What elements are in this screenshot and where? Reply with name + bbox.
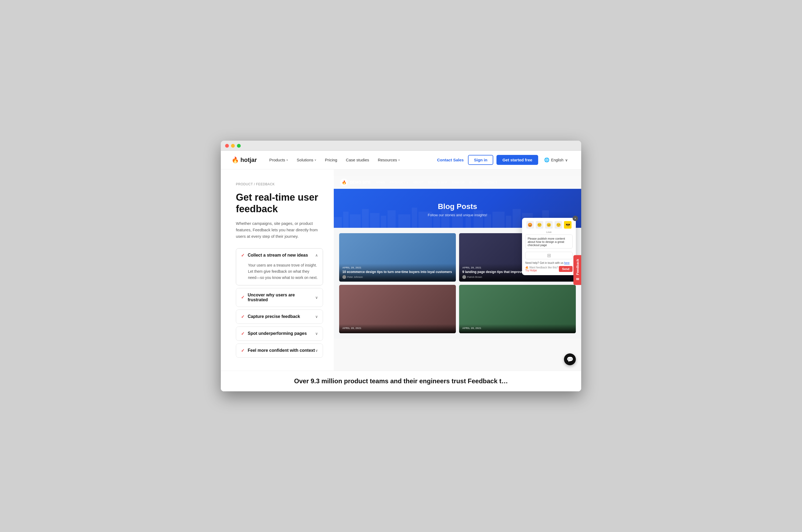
logo[interactable]: 🔥 hotjar: [232, 156, 257, 164]
demo-nav-product[interactable]: PRODUCT ∨: [390, 181, 408, 184]
contact-sales-button[interactable]: Contact Sales: [436, 155, 465, 164]
maximize-button[interactable]: [237, 144, 241, 148]
feedback-tab-icon: ✉: [575, 277, 579, 281]
chat-bubble[interactable]: 💬: [564, 354, 576, 365]
browser-window: 🔥 hotjar Products ∨ Solutions ∨ Pricing …: [221, 141, 581, 391]
browser-content: 🔥 hotjar Products ∨ Solutions ∨ Pricing …: [221, 151, 581, 391]
widget-footer: 🔥 Want feedback like this? Try Hotjar Se…: [525, 266, 573, 272]
demo-nav-about[interactable]: ABOUT: [413, 181, 424, 184]
bottom-teaser-text: Over 9.3 million product teams and their…: [294, 377, 508, 385]
widget-help-link[interactable]: here: [564, 262, 570, 264]
avatar-1: [342, 275, 346, 279]
try-hotjar-link[interactable]: Try Hotjar: [525, 269, 537, 272]
demo-card-1[interactable]: APRIL 28, 2021 10 ecommerce design tips …: [339, 233, 456, 282]
demo-card-author-1: Peter Johnson: [342, 275, 453, 279]
nav-item-resources[interactable]: Resources ∨: [374, 155, 404, 164]
widget-emoji-angry[interactable]: 😡: [526, 221, 534, 229]
accordion-header-spot[interactable]: ✓ Spot underperforming pages ∨: [236, 327, 323, 341]
demo-card-3[interactable]: APRIL 28, 2021: [339, 285, 456, 333]
demo-card-date-3: APRIL 28, 2021: [342, 327, 453, 329]
avatar-2: [462, 275, 466, 279]
svg-rect-11: [441, 209, 450, 228]
get-started-button[interactable]: Get started free: [496, 155, 538, 165]
svg-rect-5: [381, 216, 386, 228]
accordion-header-capture[interactable]: ✓ Capture precise feedback ∨: [236, 310, 323, 324]
browser-chrome: [221, 141, 581, 151]
feedback-tab[interactable]: ✉ Feedback: [573, 255, 581, 285]
check-icon: ✓: [241, 348, 245, 353]
widget-emoji-happy[interactable]: 🙂: [555, 221, 562, 229]
accordion-header-collect[interactable]: ✓ Collect a stream of new ideas ∧: [236, 248, 323, 262]
chevron-down-icon: ∨: [565, 158, 568, 162]
traffic-lights: [225, 144, 577, 148]
accordion-title-capture: Capture precise feedback: [248, 314, 300, 319]
nav-links: Products ∨ Solutions ∨ Pricing Case stud…: [265, 155, 436, 164]
demo-card-author-2: Patrick Brown: [462, 275, 573, 279]
page-body: PRODUCT / FEEDBACK Get real-time user fe…: [221, 169, 581, 370]
accordion-title-spot: Spot underperforming pages: [248, 331, 307, 336]
check-icon: ✓: [241, 295, 245, 300]
close-button[interactable]: [225, 144, 229, 148]
accordion-item-collect: ✓ Collect a stream of new ideas ∧ Your u…: [236, 248, 323, 285]
chevron-down-icon: ∨: [315, 348, 318, 353]
globe-icon: 🌐: [544, 157, 550, 163]
chat-bubble-icon: 💬: [567, 356, 573, 363]
feedback-widget: × 😡 😕 😐 🙂 😎 Love Please publish more con…: [522, 218, 576, 275]
accordion-body-collect: Your users are a treasure trove of insig…: [236, 262, 323, 285]
widget-emoji-sad[interactable]: 😕: [536, 221, 543, 229]
demo-nav-blog[interactable]: BLOG: [469, 181, 478, 184]
check-icon: ✓: [241, 314, 245, 319]
nav-item-case-studies[interactable]: Case studies: [342, 155, 373, 164]
demo-logo-text: DEMO SITE: [350, 180, 370, 185]
demo-hero-subtitle: Follow our stories and unique insights!: [339, 213, 576, 217]
accordion-header-left: ✓ Collect a stream of new ideas: [241, 253, 308, 258]
accordion-header-uncover[interactable]: ✓ Uncover why users are frustrated ∨: [236, 288, 323, 307]
right-panel: 🔥 DEMO SITE HOME PRODUCT ∨ ABOUT MOBILE …: [334, 169, 581, 370]
widget-emoji-love[interactable]: 😎: [564, 221, 572, 229]
svg-rect-13: [465, 217, 471, 228]
demo-card-4[interactable]: APRIL 28, 2021: [459, 285, 576, 333]
screenshot-area[interactable]: ⊞: [525, 252, 573, 259]
page-title: Get real-time user feedback: [236, 191, 323, 215]
feedback-textarea[interactable]: Please publish more content about how to…: [525, 234, 573, 248]
bottom-teaser: Over 9.3 million product teams and their…: [221, 370, 581, 391]
accordion-title-uncover: Uncover why users are frustrated: [248, 292, 315, 302]
widget-send-button[interactable]: Send: [559, 266, 573, 272]
demo-card-date-1: APRIL 28, 2021: [342, 266, 453, 269]
svg-rect-10: [433, 216, 440, 228]
svg-rect-0: [334, 217, 342, 228]
page-description: Whether campaigns, site pages, or produc…: [236, 220, 323, 240]
demo-nav-mobile[interactable]: MOBILE APP: [428, 181, 447, 184]
demo-logo-icon: 🔥: [340, 178, 348, 186]
demo-nav-signup[interactable]: SIGN UP: [452, 181, 465, 184]
demo-nav-contact[interactable]: CONTACT: [482, 181, 497, 184]
chevron-down-icon: ∨: [398, 158, 400, 162]
chevron-down-icon: ∨: [314, 158, 316, 162]
check-icon: ✓: [241, 253, 245, 258]
chevron-up-icon: ∧: [315, 253, 318, 258]
sign-in-button[interactable]: Sign in: [468, 155, 493, 165]
accordion-header-feel[interactable]: ✓ Feel more confident with context ∨: [236, 344, 323, 358]
nav-item-solutions[interactable]: Solutions ∨: [293, 155, 320, 164]
svg-rect-17: [506, 216, 511, 228]
nav-item-products[interactable]: Products ∨: [265, 155, 292, 164]
nav-item-pricing[interactable]: Pricing: [321, 155, 341, 164]
demo-nav-home[interactable]: HOME: [376, 181, 385, 184]
demo-hero-title: Blog Posts: [339, 202, 576, 211]
accordion-item-uncover: ✓ Uncover why users are frustrated ∨: [236, 288, 323, 307]
minimize-button[interactable]: [231, 144, 235, 148]
widget-emoji-row: 😡 😕 😐 🙂 😎: [525, 221, 573, 229]
language-selector[interactable]: 🌐 English ∨: [541, 155, 570, 165]
widget-emoji-neutral[interactable]: 😐: [545, 221, 553, 229]
accordion-item-spot: ✓ Spot underperforming pages ∨: [236, 326, 323, 341]
accordion: ✓ Collect a stream of new ideas ∧ Your u…: [236, 248, 323, 358]
accordion-title-feel: Feel more confident with context: [248, 348, 315, 353]
demo-card-date-4: APRIL 28, 2021: [462, 327, 573, 329]
breadcrumb: PRODUCT / FEEDBACK: [236, 182, 323, 186]
demo-nav-links: HOME PRODUCT ∨ ABOUT MOBILE APP SIGN UP …: [376, 181, 498, 184]
chevron-down-icon: ∨: [315, 331, 318, 336]
accordion-title-collect: Collect a stream of new ideas: [248, 253, 308, 258]
accordion-item-capture: ✓ Capture precise feedback ∨: [236, 309, 323, 324]
accordion-item-feel: ✓ Feel more confident with context ∨: [236, 343, 323, 358]
screenshot-icon: ⊞: [547, 252, 551, 259]
